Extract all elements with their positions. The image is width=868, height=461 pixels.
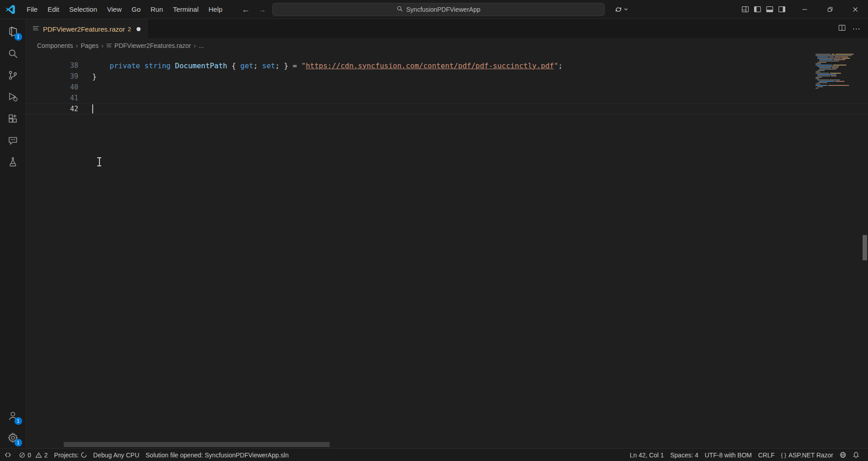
tab-label: PDFViewer2Features.razor — [43, 25, 125, 33]
toggle-primary-sidebar-icon[interactable] — [754, 5, 761, 13]
line-number: 42 — [26, 105, 78, 113]
error-count: 0 — [28, 452, 31, 459]
split-editor-icon[interactable] — [838, 24, 846, 33]
code-editor[interactable]: 38 private string DocumentPath { get; se… — [26, 52, 868, 448]
accounts-badge: 1 — [14, 417, 22, 425]
remote-indicator-icon[interactable] — [0, 449, 16, 461]
explorer-badge: 1 — [14, 33, 22, 41]
tab-suffix: 2 — [127, 26, 131, 33]
minimize-button[interactable] — [792, 0, 817, 19]
encoding[interactable]: UTF-8 with BOM — [702, 449, 755, 461]
breadcrumb-pages[interactable]: Pages — [80, 42, 99, 49]
indentation[interactable]: Spaces: 4 — [667, 449, 701, 461]
menu-help[interactable]: Help — [203, 3, 227, 15]
explorer-icon[interactable]: 1 — [2, 21, 24, 42]
menu-run[interactable]: Run — [146, 3, 168, 15]
text-caret — [92, 104, 93, 113]
copilot-menu-button[interactable] — [615, 5, 628, 13]
horizontal-scrollbar-thumb[interactable] — [64, 442, 330, 447]
settings-gear-icon[interactable]: 1 — [2, 427, 24, 448]
restore-button[interactable] — [817, 0, 843, 19]
vertical-scrollbar[interactable] — [862, 52, 868, 448]
menu-go[interactable]: Go — [127, 3, 146, 15]
browser-globe-icon[interactable] — [836, 449, 849, 461]
line-number: 40 — [26, 83, 78, 91]
breadcrumb-symbol[interactable]: ... — [198, 42, 204, 49]
code-line-38[interactable]: 38 private string DocumentPath { get; se… — [26, 60, 868, 71]
vertical-scrollbar-thumb[interactable] — [863, 235, 867, 260]
run-debug-icon[interactable] — [2, 86, 24, 108]
settings-badge: 1 — [14, 439, 22, 447]
chevron-right-icon: › — [75, 42, 78, 49]
toggle-panel-icon[interactable] — [766, 5, 774, 13]
breadcrumb-components[interactable]: Components — [37, 42, 73, 49]
search-icon — [397, 5, 403, 13]
code-line-39[interactable]: 39} — [26, 71, 868, 82]
line-number: 38 — [26, 61, 78, 70]
minimap-content — [815, 54, 860, 89]
debug-configuration[interactable]: Debug Any CPU — [90, 449, 142, 461]
text-cursor-pointer — [97, 157, 101, 166]
cursor-position[interactable]: Ln 42, Col 1 — [627, 449, 667, 461]
code-line-42[interactable]: 42 — [26, 103, 868, 114]
warning-icon — [35, 452, 42, 458]
more-actions-icon[interactable]: ⋯ — [852, 24, 861, 34]
language-mode[interactable]: { } ASP.NET Razor — [778, 449, 836, 461]
code-line-41[interactable]: 41 — [26, 93, 868, 103]
code-line-40[interactable]: 40 — [26, 82, 868, 93]
extensions-icon[interactable] — [2, 108, 24, 129]
back-arrow-icon[interactable]: ← — [240, 5, 252, 14]
search-sidebar-icon[interactable] — [2, 42, 24, 64]
line-number: 41 — [26, 94, 78, 102]
accounts-icon[interactable]: 1 — [2, 405, 24, 427]
menu-view[interactable]: View — [102, 3, 127, 15]
menu-file[interactable]: File — [22, 3, 42, 15]
breadcrumb-file[interactable]: PDFViewer2Features.razor — [106, 42, 191, 49]
warning-count: 2 — [44, 452, 48, 459]
notifications-bell-icon[interactable] — [849, 449, 863, 461]
loading-spinner-icon — [81, 452, 87, 458]
menu-bar: File Edit Selection View Go Run Terminal… — [22, 3, 227, 15]
menu-selection[interactable]: Selection — [64, 3, 102, 15]
projects-status[interactable]: Projects: — [51, 449, 90, 461]
line-number: 39 — [26, 72, 78, 80]
search-value: SyncfusionPDFViewerApp — [406, 6, 481, 13]
vscode-logo-icon — [5, 5, 17, 14]
breadcrumb: Components › Pages › PDFViewer2Features.… — [26, 39, 868, 52]
razor-file-icon — [33, 25, 39, 33]
copilot-chat-icon[interactable] — [2, 129, 24, 151]
close-button[interactable] — [843, 0, 868, 19]
chevron-down-icon — [624, 7, 628, 12]
window-controls — [792, 0, 868, 19]
activity-bar: 1 — [0, 19, 26, 448]
braces-icon: { } — [781, 452, 786, 458]
tab-pdfviewer2features[interactable]: PDFViewer2Features.razor 2 — [26, 19, 147, 39]
error-icon — [19, 452, 25, 458]
title-bar: File Edit Selection View Go Run Terminal… — [0, 0, 868, 19]
eol-sequence[interactable]: CRLF — [755, 449, 778, 461]
status-bar: 0 2 Projects: Debug Any CPU Solution fil… — [0, 448, 868, 461]
minimap[interactable] — [815, 54, 860, 89]
code-lines: 38 private string DocumentPath { get; se… — [26, 52, 868, 114]
tab-bar: PDFViewer2Features.razor 2 ⋯ — [26, 19, 868, 39]
source-control-icon[interactable] — [2, 64, 24, 86]
search-box[interactable]: SyncfusionPDFViewerApp — [273, 3, 605, 16]
vscode-window: File Edit Selection View Go Run Terminal… — [0, 0, 868, 461]
problems-indicator[interactable]: 0 2 — [16, 449, 51, 461]
chevron-right-icon: › — [193, 42, 196, 49]
modified-dot-icon[interactable] — [137, 27, 141, 31]
menu-terminal[interactable]: Terminal — [168, 3, 204, 15]
menu-edit[interactable]: Edit — [42, 3, 64, 15]
forward-arrow-icon[interactable]: → — [256, 5, 268, 14]
customize-layout-icon[interactable] — [741, 5, 749, 13]
razor-file-icon — [106, 42, 112, 48]
solution-message[interactable]: Solution file opened: SyncfusionPDFViewe… — [142, 449, 292, 461]
titlebar-right — [741, 0, 868, 19]
command-center: ← → SyncfusionPDFViewerApp — [240, 3, 628, 16]
toggle-secondary-sidebar-icon[interactable] — [778, 5, 786, 13]
testing-icon[interactable] — [2, 151, 24, 173]
chevron-right-icon: › — [101, 42, 104, 49]
